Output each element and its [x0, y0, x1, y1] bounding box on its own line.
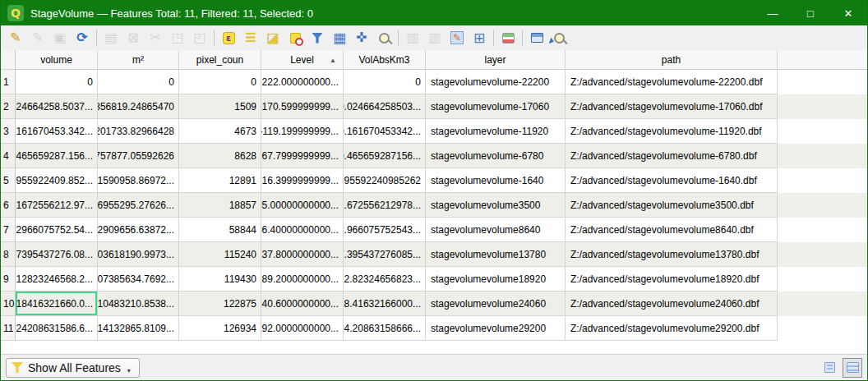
row-number[interactable]: 4: [1, 144, 16, 168]
cell-pixel_coun[interactable]: 126934: [179, 316, 261, 341]
cell-path[interactable]: Z:/advanced/stagevolumevolume8640.dbf: [566, 218, 778, 242]
row-number[interactable]: 6: [1, 193, 16, 218]
select-all-button[interactable]: ☰: [240, 27, 261, 48]
cell-m2[interactable]: 0: [98, 70, 179, 94]
cell-layer[interactable]: stagevolumevolume-6780: [426, 144, 566, 168]
cell-path[interactable]: Z:/advanced/stagevolumevolume-1640.dbf: [566, 168, 778, 193]
cell-volume[interactable]: -24664258.5037...: [16, 94, 98, 119]
cell-pixel_coun[interactable]: 119430: [179, 267, 261, 291]
cell-layer[interactable]: stagevolumevolume-17060: [426, 94, 566, 119]
cell-pixel_coun[interactable]: 122875: [179, 291, 261, 316]
cell-level[interactable]: -170.599999999...: [261, 94, 344, 119]
cell-path[interactable]: Z:/advanced/stagevolumevolume3500.dbf: [566, 193, 778, 218]
cell-path[interactable]: Z:/advanced/stagevolumevolume-17060.dbf: [566, 94, 778, 119]
pan-to-selection-button[interactable]: ✜: [351, 27, 372, 48]
actions-button[interactable]: [548, 27, 570, 48]
cell-volume[interactable]: -2966075752.54...: [16, 218, 98, 242]
cell-layer[interactable]: stagevolumevolume24060: [426, 291, 566, 316]
cell-level[interactable]: 189.2000000000...: [261, 267, 344, 291]
cell-path[interactable]: Z:/advanced/stagevolumevolume24060.dbf: [566, 291, 778, 316]
select-by-expression-button[interactable]: ε: [218, 27, 239, 48]
cell-volume[interactable]: -7395437276.08...: [16, 242, 98, 267]
row-number[interactable]: 3: [1, 119, 16, 144]
cell-path[interactable]: Z:/advanced/stagevolumevolume-22200.dbf: [566, 70, 778, 94]
cell-path[interactable]: Z:/advanced/stagevolumevolume-11920.dbf: [566, 119, 778, 144]
cell-layer[interactable]: stagevolumevolume3500: [426, 193, 566, 218]
cell-level[interactable]: -16.3999999999...: [261, 168, 344, 193]
row-number[interactable]: 2: [1, 94, 16, 119]
cell-m2[interactable]: 110483210.8538...: [98, 291, 179, 316]
cell-layer[interactable]: stagevolumevolume29200: [426, 316, 566, 341]
cell-level[interactable]: -119.199999999...: [261, 119, 344, 144]
cell-layer[interactable]: stagevolumevolume-1640: [426, 168, 566, 193]
current-cell[interactable]: -18416321660.0...: [16, 291, 98, 316]
zoom-to-selection-button[interactable]: [373, 27, 395, 48]
row-number[interactable]: 11: [1, 316, 16, 341]
cell-m2[interactable]: 1356819.24865470: [98, 94, 179, 119]
cell-level[interactable]: -222.000000000...: [261, 70, 344, 94]
column-header-m2[interactable]: m²: [98, 50, 179, 70]
column-header-layer[interactable]: layer: [426, 50, 566, 70]
reload-button[interactable]: ⟳: [72, 27, 93, 48]
deselect-all-button[interactable]: [284, 27, 306, 48]
cell-volabskm3[interactable]: 2.966075752543...: [344, 218, 426, 242]
edit-attributes-button[interactable]: ✎: [446, 27, 468, 48]
cell-pixel_coun[interactable]: 8628: [179, 144, 261, 168]
cell-path[interactable]: Z:/advanced/stagevolumevolume29200.dbf: [566, 316, 778, 341]
cell-path[interactable]: Z:/advanced/stagevolumevolume13780.dbf: [566, 242, 778, 267]
cell-volabskm3[interactable]: 0.024664258503...: [344, 94, 426, 119]
feature-filter-button[interactable]: Show All Features ▾: [6, 358, 140, 378]
cell-m2[interactable]: 16955295.27626...: [98, 193, 179, 218]
column-header-pixel_coun[interactable]: pixel_coun: [179, 50, 261, 70]
cell-pixel_coun[interactable]: 1509: [179, 94, 261, 119]
row-number[interactable]: 8: [1, 242, 16, 267]
row-number[interactable]: 5: [1, 168, 16, 193]
cell-level[interactable]: 86.40000000000...: [261, 218, 344, 242]
cell-volabskm3[interactable]: 18.41632166000...: [344, 291, 426, 316]
cell-level[interactable]: -67.7999999999...: [261, 144, 344, 168]
cell-pixel_coun[interactable]: 18857: [179, 193, 261, 218]
cell-m2[interactable]: 103618190.9973...: [98, 242, 179, 267]
conditional-formatting-button[interactable]: [497, 27, 519, 48]
form-view-button[interactable]: [820, 358, 839, 378]
row-number-header[interactable]: [1, 50, 16, 70]
cell-path[interactable]: Z:/advanced/stagevolumevolume18920.dbf: [566, 267, 778, 291]
column-header-volume[interactable]: volume: [16, 50, 98, 70]
cell-volabskm3[interactable]: 0.161670453342...: [344, 119, 426, 144]
cell-m2[interactable]: 11590958.86972...: [98, 168, 179, 193]
cell-layer[interactable]: stagevolumevolume-11920: [426, 119, 566, 144]
dock-attribute-table-button[interactable]: [526, 27, 547, 48]
cell-layer[interactable]: stagevolumevolume18920: [426, 267, 566, 291]
field-calculator-button[interactable]: ⊞: [469, 27, 490, 48]
move-selection-to-top-button[interactable]: ▦: [329, 27, 350, 48]
cell-volabskm3[interactable]: 0.95592240985262: [344, 168, 426, 193]
cell-volume[interactable]: -465659287.156...: [16, 144, 98, 168]
cell-m2[interactable]: 107385634.7692...: [98, 267, 179, 291]
cell-pixel_coun[interactable]: 0: [179, 70, 261, 94]
cell-volabskm3[interactable]: 24.20863158666...: [344, 316, 426, 341]
cell-volabskm3[interactable]: 1.672556212978...: [344, 193, 426, 218]
cell-m2[interactable]: 114132865.8109...: [98, 316, 179, 341]
titlebar[interactable]: Q StageVolume — Features Total: 11, Filt…: [1, 1, 867, 25]
cell-layer[interactable]: stagevolumevolume-22200: [426, 70, 566, 94]
column-header-path[interactable]: path: [566, 50, 778, 70]
cell-volume[interactable]: -161670453.342...: [16, 119, 98, 144]
cell-volabskm3[interactable]: 12.82324656823...: [344, 267, 426, 291]
toggle-editing-button[interactable]: ✎: [5, 27, 26, 48]
cell-level[interactable]: 137.8000000000...: [261, 242, 344, 267]
invert-selection-button[interactable]: ◪: [262, 27, 284, 48]
cell-pixel_coun[interactable]: 58844: [179, 218, 261, 242]
cell-volabskm3[interactable]: 0: [344, 70, 426, 94]
cell-level[interactable]: 292.0000000000...: [261, 316, 344, 341]
cell-volume[interactable]: -24208631586.6...: [16, 316, 98, 341]
column-header-level[interactable]: Level▲: [261, 50, 344, 70]
cell-volume[interactable]: 0: [16, 70, 98, 94]
cell-m2[interactable]: 7757877.05592626: [98, 144, 179, 168]
cell-m2[interactable]: 52909656.63872...: [98, 218, 179, 242]
column-header-volabskm3[interactable]: VolAbsKm3: [344, 50, 426, 70]
table-view-button[interactable]: [843, 358, 862, 378]
cell-volume[interactable]: -12823246568.2...: [16, 267, 98, 291]
filter-funnel-button[interactable]: [307, 27, 328, 48]
cell-volume[interactable]: -955922409.852...: [16, 168, 98, 193]
row-number[interactable]: 10: [1, 291, 16, 316]
